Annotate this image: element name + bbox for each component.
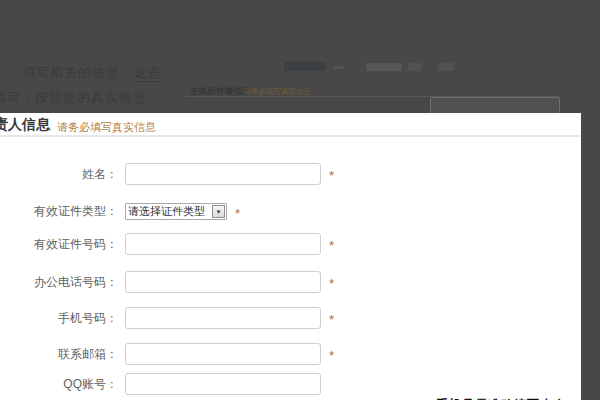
chevron-down-icon[interactable]: ▼ xyxy=(212,205,225,218)
required-asterisk: * xyxy=(329,279,334,289)
required-asterisk: * xyxy=(235,209,240,219)
id-type-label: 有效证件类型： xyxy=(0,203,118,220)
form-row-qq: QQ账号： xyxy=(0,373,321,395)
id-number-label: 有效证件号码： xyxy=(0,236,118,253)
dimmed-paragraph-text: 、填写相关的信息。 xyxy=(8,65,134,80)
dimmed-paragraph-link: 这些 xyxy=(134,65,162,82)
required-asterisk: * xyxy=(329,315,334,325)
dimmed-nav-item xyxy=(408,63,421,71)
office-phone-input[interactable] xyxy=(125,271,321,293)
id-type-selected-value: 请选择证件类型 xyxy=(128,204,205,219)
form-row-mobile: 手机号码：* xyxy=(0,307,334,329)
form-row-id-type: 有效证件类型：请选择证件类型▼* xyxy=(0,203,240,220)
header-divider xyxy=(0,135,581,137)
mobile-label: 手机号码： xyxy=(0,310,118,327)
dimmed-nav-item xyxy=(366,63,402,71)
required-asterisk: * xyxy=(329,171,334,181)
form-subtitle: 请务必填写真实信息 xyxy=(57,120,156,135)
form-row-id-number: 有效证件号码：* xyxy=(0,233,334,255)
screenshot-stage: 、填写相关的信息。这些 填写，按照您的真实信息 主体所有者信息 请务必填写真实信… xyxy=(0,0,600,400)
qq-input[interactable] xyxy=(125,373,321,395)
form-header: 责人信息 请务必填写真实信息 xyxy=(0,113,581,136)
form-row-email: 联系邮箱：* xyxy=(0,343,334,365)
dimmed-nav-item xyxy=(284,62,326,71)
required-asterisk: * xyxy=(329,351,334,361)
email-input[interactable] xyxy=(125,343,321,365)
dimmed-paragraph-line2: 填写，按照您的真实信息 xyxy=(0,89,147,107)
id-type-select[interactable]: 请选择证件类型▼ xyxy=(125,203,227,220)
email-label: 联系邮箱： xyxy=(0,346,118,363)
name-label: 姓名： xyxy=(0,166,118,183)
dimmed-paragraph-line1: 、填写相关的信息。这些 xyxy=(8,64,162,82)
required-asterisk: * xyxy=(329,241,334,251)
id-number-input[interactable] xyxy=(125,233,321,255)
qq-label: QQ账号： xyxy=(0,376,118,393)
form-title: 责人信息 xyxy=(0,116,50,134)
name-input[interactable] xyxy=(125,163,321,185)
form-row-office-phone: 办公电话号码：* xyxy=(0,271,334,293)
contact-person-form-panel: 责人信息 请务必填写真实信息 姓名：*有效证件类型：请选择证件类型▼*有效证件号… xyxy=(0,113,581,400)
form-row-name: 姓名：* xyxy=(0,163,334,185)
dimmed-nav-item xyxy=(438,63,454,71)
mobile-input[interactable] xyxy=(125,307,321,329)
dimmed-nav-separator xyxy=(334,66,344,69)
office-phone-label: 办公电话号码： xyxy=(0,274,118,291)
